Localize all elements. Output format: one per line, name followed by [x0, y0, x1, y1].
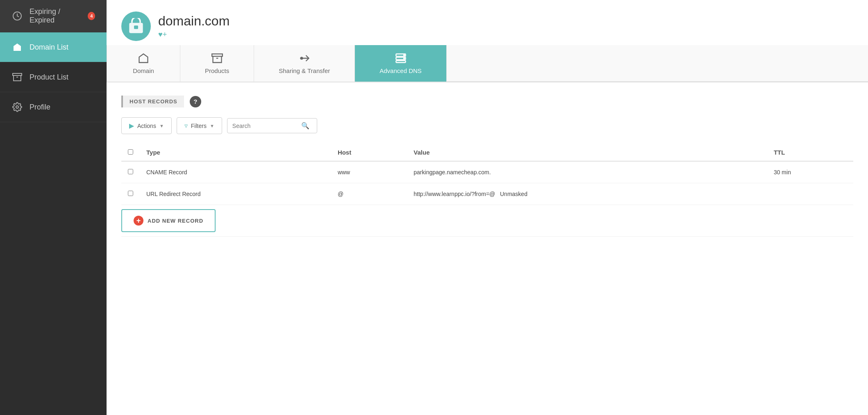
tab-sharing-transfer[interactable]: Sharing & Transfer: [254, 45, 355, 82]
table-row: URL Redirect Record @ http://www.learnpp…: [121, 183, 853, 205]
row1-type: CNAME Record: [140, 161, 331, 183]
play-icon: ▶: [129, 122, 134, 130]
sidebar-item-label: Domain List: [30, 43, 68, 52]
table-body: CNAME Record www parkingpage.namecheap.c…: [121, 161, 853, 237]
row2-value: http://www.learnppc.io/?from=@ Unmasked: [407, 183, 767, 205]
add-record-cell: + ADD NEW RECORD: [121, 205, 853, 237]
add-record-row: + ADD NEW RECORD: [121, 205, 853, 237]
svg-rect-6: [212, 54, 223, 57]
sidebar-item-domain-list[interactable]: Domain List: [0, 32, 107, 62]
records-table: Type Host Value TTL CNAME Record www par…: [121, 144, 853, 237]
filter-icon: ▿: [184, 122, 188, 130]
table-row: CNAME Record www parkingpage.namecheap.c…: [121, 161, 853, 183]
add-icon: +: [134, 216, 143, 226]
main-content: domain.com ♥+ Domain Products Sharing &: [107, 0, 868, 415]
section-label: HOST RECORDS: [121, 96, 184, 107]
col-type: Type: [140, 144, 331, 161]
tab-spacer: [447, 45, 868, 82]
row2-type: URL Redirect Record: [140, 183, 331, 205]
products-tab-icon: [211, 52, 223, 64]
expiring-badge: 4: [88, 12, 95, 20]
domain-title-area: domain.com ♥+: [158, 14, 229, 39]
sidebar-item-product-list[interactable]: Product List: [0, 62, 107, 92]
domain-header: domain.com ♥+: [107, 0, 868, 45]
table-header: Type Host Value TTL: [121, 144, 853, 161]
domain-name: domain.com: [158, 14, 229, 29]
search-box[interactable]: 🔍: [227, 118, 317, 133]
select-all-checkbox[interactable]: [128, 149, 133, 155]
actions-button[interactable]: ▶ Actions ▼: [121, 117, 172, 134]
sidebar-item-label: Profile: [30, 103, 50, 112]
sidebar: Expiring / Expired 4 Domain List Product…: [0, 0, 107, 415]
row1-checkbox[interactable]: [128, 169, 133, 174]
tab-sharing-label: Sharing & Transfer: [279, 67, 330, 74]
svg-point-12: [404, 55, 404, 55]
add-new-record-button[interactable]: + ADD NEW RECORD: [121, 209, 216, 232]
section-header: HOST RECORDS ?: [121, 96, 853, 107]
svg-point-3: [16, 106, 18, 108]
row1-checkbox-cell: [121, 161, 140, 183]
col-host: Host: [331, 144, 407, 161]
content-area: HOST RECORDS ? ▶ Actions ▼ ▿ Filters ▼ 🔍: [107, 82, 868, 415]
actions-chevron-icon: ▼: [159, 123, 164, 128]
tab-products-label: Products: [205, 67, 229, 74]
svg-point-8: [300, 57, 302, 59]
col-value: Value: [407, 144, 767, 161]
dns-tab-icon: [395, 52, 407, 64]
filters-label: Filters: [191, 123, 207, 129]
home-icon: [11, 41, 23, 53]
sidebar-item-label: Expiring / Expired: [30, 7, 80, 25]
tabs: Domain Products Sharing & Transfer: [107, 45, 868, 82]
select-all-header: [121, 144, 140, 161]
sidebar-item-profile[interactable]: Profile: [0, 92, 107, 122]
clock-icon: [11, 10, 23, 22]
row2-host: @: [331, 183, 407, 205]
tab-advanced-dns[interactable]: Advanced DNS: [355, 45, 447, 82]
tab-products[interactable]: Products: [180, 45, 254, 82]
box-icon: [11, 71, 23, 83]
row2-checkbox-cell: [121, 183, 140, 205]
row2-ttl: [767, 183, 853, 205]
domain-avatar: [121, 11, 151, 41]
row1-value: parkingpage.namecheap.com.: [407, 161, 767, 183]
tab-domain[interactable]: Domain: [107, 45, 180, 82]
search-input[interactable]: [232, 123, 298, 129]
sharing-tab-icon: [299, 52, 310, 64]
svg-point-13: [404, 58, 404, 59]
add-record-label: ADD NEW RECORD: [148, 218, 203, 224]
toolbar: ▶ Actions ▼ ▿ Filters ▼ 🔍: [121, 117, 853, 134]
filters-button[interactable]: ▿ Filters ▼: [177, 117, 222, 134]
favorite-icon[interactable]: ♥+: [158, 30, 229, 39]
home-tab-icon: [138, 52, 149, 64]
gear-icon: [11, 101, 23, 113]
row2-checkbox[interactable]: [128, 191, 133, 196]
filters-chevron-icon: ▼: [210, 123, 214, 128]
tab-domain-label: Domain: [133, 67, 154, 74]
svg-rect-5: [134, 25, 138, 29]
sidebar-item-expiring[interactable]: Expiring / Expired 4: [0, 0, 107, 32]
help-icon[interactable]: ?: [190, 96, 201, 107]
search-icon: 🔍: [301, 122, 309, 130]
row1-host: www: [331, 161, 407, 183]
row1-ttl: 30 min: [767, 161, 853, 183]
svg-rect-11: [396, 61, 405, 63]
tab-advanced-dns-label: Advanced DNS: [379, 67, 422, 74]
svg-rect-1: [13, 73, 22, 75]
actions-label: Actions: [137, 123, 156, 129]
col-ttl: TTL: [767, 144, 853, 161]
sidebar-item-label: Product List: [30, 73, 68, 82]
row2-value-url: http://www.learnppc.io/?from=@: [414, 191, 495, 197]
row2-value-type: Unmasked: [500, 191, 527, 197]
